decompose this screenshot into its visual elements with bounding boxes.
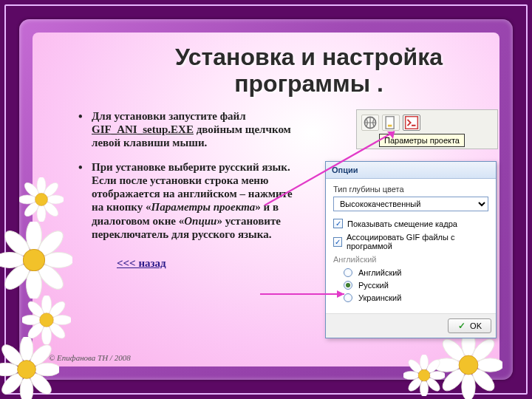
slide-outer: Установка и настройка программы . Для ус… — [4, 4, 528, 395]
toolbar-btn-globe-icon — [361, 115, 379, 131]
toolbar-btn-settings-icon — [403, 115, 420, 131]
dialog-title: Опции — [326, 162, 496, 179]
bullet-1: Для установки запустите файл GIF_ANI_set… — [77, 109, 306, 150]
check-icon: ✓ — [333, 237, 342, 247]
page-title: Установка и настройка программы . — [136, 44, 482, 98]
copyright: © Епифанова ТН / 2008 — [49, 353, 131, 362]
bullet-2: При установке выберите русский язык. Есл… — [77, 160, 306, 242]
checkbox-associate[interactable]: ✓ Ассоциировать GIF файлы с программой — [333, 233, 488, 250]
setup-filename: GIF_ANI_setup.EXE — [92, 123, 194, 135]
check-icon: ✓ — [457, 321, 466, 330]
radio-russian[interactable]: Русский — [344, 281, 488, 290]
toolbar-tooltip: Параметры проекта — [379, 134, 465, 147]
depth-label: Тип глубины цвета — [333, 185, 488, 194]
options-dialog: Опции Тип глубины цвета Высококачественн… — [325, 161, 497, 338]
toolbar-row — [361, 115, 493, 131]
checkbox-offset[interactable]: ✓ Показывать смещение кадра — [333, 219, 488, 228]
language-heading: Английский — [333, 255, 488, 264]
svg-rect-3 — [406, 117, 418, 129]
toolbar-btn-doc-icon — [382, 115, 400, 131]
radio-english[interactable]: Английский — [344, 268, 488, 277]
check-icon: ✓ — [333, 219, 343, 228]
svg-rect-4 — [412, 125, 416, 126]
radio-icon — [344, 293, 352, 302]
radio-ukrainian[interactable]: Украинский — [344, 293, 488, 302]
toolbar-screenshot: Параметры проекта — [356, 109, 498, 149]
radio-icon — [344, 268, 352, 277]
svg-rect-1 — [386, 117, 394, 129]
svg-rect-2 — [388, 125, 392, 127]
bullet-list: Для установки запустите файл GIF_ANI_set… — [77, 109, 306, 242]
depth-select[interactable]: Высококачественный — [333, 197, 488, 211]
back-link[interactable]: <<< назад — [117, 257, 166, 270]
ok-button[interactable]: ✓ OK — [448, 318, 491, 333]
radio-icon — [344, 281, 352, 290]
